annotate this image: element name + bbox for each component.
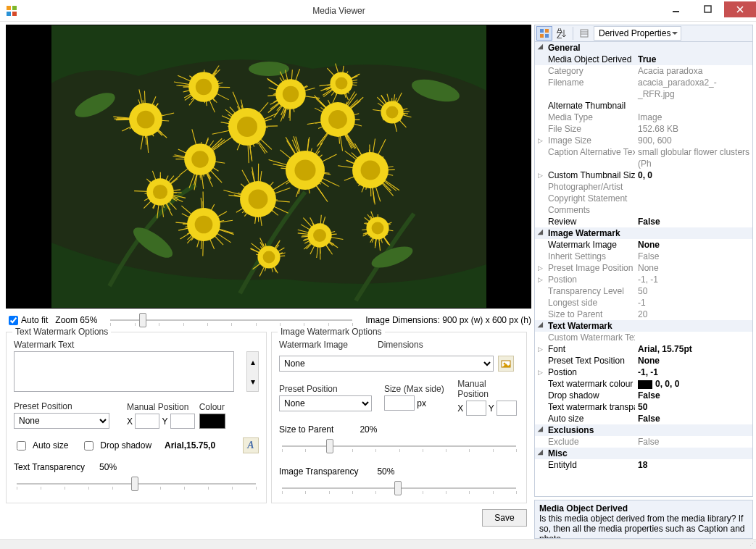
svg-point-469 (152, 185, 167, 199)
prop-row[interactable]: ▷Custom Thumbnail Size0, 0 (535, 169, 752, 181)
image-transparency-slider[interactable] (282, 479, 516, 497)
maximize-button[interactable] (692, 1, 724, 17)
prop-row[interactable]: Transparency Level50 (535, 285, 752, 297)
text-transparency-value: 50% (99, 462, 117, 472)
app-icon (6, 5, 17, 17)
svg-rect-683 (545, 29, 549, 33)
prop-row[interactable]: Text watermark colour0, 0, 0 (535, 378, 752, 390)
svg-point-175 (191, 151, 209, 168)
text-transparency-label: Text Transparency (14, 462, 85, 472)
image-preset-label: Preset Position (279, 384, 380, 394)
image-preview[interactable] (6, 25, 531, 309)
watermark-image-select[interactable]: None (279, 356, 494, 372)
save-button[interactable]: Save (482, 509, 527, 527)
drop-shadow-label: Drop shadow (100, 440, 151, 450)
description-body: Is this media object derived from the me… (539, 514, 748, 539)
prop-row[interactable]: ▷Postion-1, -1 (535, 274, 752, 285)
prop-row[interactable]: Media TypeImage (535, 112, 752, 123)
prop-row[interactable]: ExcludeFalse (535, 436, 752, 448)
section-txt_wm[interactable]: Text Watermark (535, 320, 752, 332)
image-icon (501, 359, 511, 369)
prop-row[interactable]: EntityId18 (535, 459, 752, 471)
svg-point-259 (328, 110, 347, 129)
prop-row[interactable]: CategoryAcacia paradoxa (535, 65, 752, 77)
prop-row[interactable]: Drop shadowFalse (535, 390, 752, 401)
svg-rect-1 (705, 6, 711, 12)
properties-grid[interactable]: GeneralMedia Object DerivedTrueCategoryA… (534, 42, 753, 497)
svg-text:Z: Z (557, 30, 562, 38)
browse-watermark-image-button[interactable] (498, 356, 514, 372)
minimize-button[interactable] (660, 1, 692, 17)
status-bar: ⋰ (0, 539, 756, 549)
font-picker-button[interactable]: A (243, 437, 259, 453)
prop-row[interactable]: Caption Alternative Texsmall globular fl… (535, 146, 752, 169)
auto-size-checkbox[interactable] (17, 441, 26, 450)
section-misc[interactable]: Misc (535, 448, 752, 459)
prop-row[interactable]: ReviewFalse (535, 216, 752, 227)
text-watermark-group: Text Watermark Options Watermark Text ▴ … (6, 332, 267, 503)
section-img_wm[interactable]: Image Watermark (535, 227, 752, 239)
section-exclusions[interactable]: Exclusions (535, 424, 752, 436)
manual-position-label: Manual Position (127, 402, 195, 412)
drop-shadow-checkbox[interactable] (84, 441, 94, 450)
prop-row[interactable]: Preset Text PositionNone (535, 355, 752, 366)
prop-row[interactable]: Copyright Statement (535, 193, 752, 204)
categorized-icon (539, 28, 549, 38)
svg-rect-688 (581, 30, 588, 37)
preset-position-label: Preset Position (14, 401, 122, 411)
text-colour-swatch[interactable] (199, 414, 225, 429)
section-general[interactable]: General (535, 42, 752, 54)
resize-grip-icon[interactable]: ⋰ (749, 540, 755, 548)
watermark-image-label: Watermark Image (279, 340, 373, 350)
text-up-button[interactable]: ▴ (247, 352, 258, 372)
text-watermark-legend: Text Watermark Options (12, 327, 111, 337)
image-dimensions-label: Image Dimensions: 900 px (w) x 600 px (h… (365, 315, 531, 325)
image-watermark-group: Image Watermark Options Watermark Image … (271, 332, 527, 503)
svg-rect-682 (540, 29, 544, 33)
prop-row[interactable]: Filenameacacia_paradoxa2_-_RFR.jpg (535, 77, 752, 100)
prop-row[interactable]: Media Object DerivedTrue (535, 54, 752, 65)
watermark-text-input[interactable] (14, 351, 234, 392)
categorized-view-button[interactable] (536, 26, 552, 41)
prop-row[interactable]: Photographer/Artist (535, 181, 752, 193)
image-y-input[interactable] (497, 401, 517, 416)
prop-row[interactable]: Text watermark transpa50 (535, 401, 752, 413)
prop-row[interactable]: File Size152.68 KB (535, 123, 752, 135)
prop-row[interactable]: Size to Parent20 (535, 309, 752, 320)
prop-row[interactable]: ▷Preset Image PositionNone (535, 262, 752, 274)
text-transparency-slider[interactable] (17, 475, 256, 493)
prop-row[interactable]: Custom Watermark Tex (535, 332, 752, 343)
prop-row[interactable]: Alternate Thumbnail (535, 100, 752, 112)
prop-row[interactable]: Longest side-1 (535, 297, 752, 309)
prop-row[interactable]: Auto sizeFalse (535, 413, 752, 424)
prop-row[interactable]: Comments (535, 204, 752, 216)
prop-row[interactable]: ▷FontArial, 15.75pt (535, 343, 752, 355)
prop-row[interactable]: Inherit SettingsFalse (535, 251, 752, 262)
auto-fit-checkbox[interactable] (9, 316, 18, 325)
svg-point-343 (360, 161, 380, 180)
svg-point-637 (262, 251, 275, 264)
close-button[interactable] (724, 1, 756, 17)
auto-size-label: Auto size (33, 440, 68, 450)
text-x-input[interactable] (135, 414, 159, 429)
size-to-parent-slider[interactable] (282, 437, 516, 455)
size-max-side-label: Size (Max side) (384, 384, 453, 394)
prop-row[interactable]: Watermark ImageNone (535, 239, 752, 251)
svg-point-301 (294, 159, 315, 180)
properties-filter-dropdown[interactable]: Derived Properties (594, 26, 681, 41)
text-preset-select[interactable]: None (14, 413, 109, 429)
image-preset-select[interactable]: None (279, 395, 372, 411)
size-max-side-input[interactable] (384, 395, 415, 411)
alphabetical-view-button[interactable]: AZ (554, 26, 570, 41)
svg-rect-685 (545, 34, 549, 38)
prop-row[interactable]: ▷Image Size900, 600 (535, 135, 752, 146)
svg-point-553 (335, 77, 347, 90)
image-manual-label: Manual Position (457, 379, 519, 399)
text-down-button[interactable]: ▾ (247, 372, 258, 391)
prop-row[interactable]: ▷Postion-1, -1 (535, 366, 752, 378)
text-y-input[interactable] (170, 414, 195, 429)
property-pages-button[interactable] (576, 26, 592, 41)
size-to-parent-value: 20% (360, 424, 377, 435)
size-unit: px (417, 398, 426, 408)
image-x-input[interactable] (466, 401, 486, 416)
